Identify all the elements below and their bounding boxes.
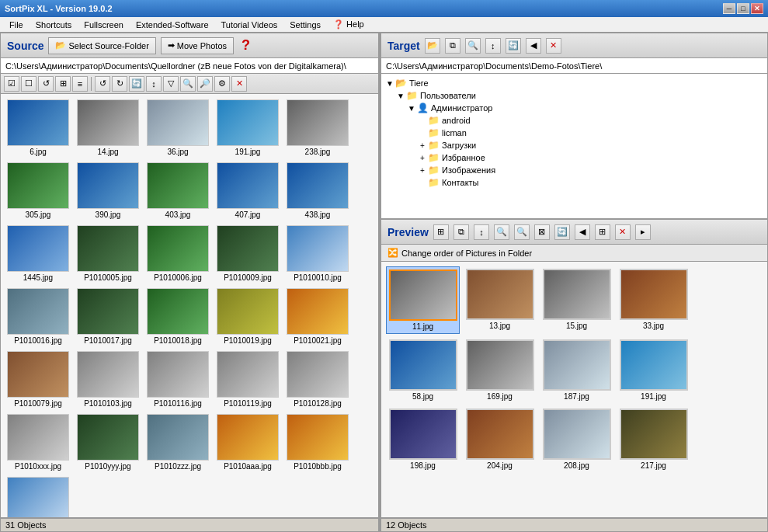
source-photo-item[interactable]: 438.jpg [283,160,352,221]
source-photo-item[interactable]: 36.jpg [144,97,212,158]
preview-photo-item[interactable]: 204.jpg [463,406,537,472]
source-photo-item[interactable]: P1010ccc.jpg [4,475,72,518]
menu-file[interactable]: File [3,19,30,31]
preview-tb-more[interactable]: ▸ [635,224,651,240]
source-photo-item[interactable]: P1010zzz.jpg [144,412,212,473]
select-all-button[interactable]: ☑ [4,76,19,92]
source-photo-item[interactable]: P1010010.jpg [283,223,352,284]
refresh-button[interactable]: 🔄 [129,76,144,92]
source-photo-item[interactable]: 1445.jpg [4,223,72,284]
tree-item-favorites[interactable]: + 📁 Избранное [384,151,764,164]
preview-tb-3[interactable]: ↕ [474,224,489,240]
preview-photo-item[interactable]: 217.jpg [617,406,690,472]
target-back-btn[interactable]: ◀ [526,38,541,54]
preview-photo-item[interactable]: 198.jpg [386,406,460,472]
tree-item-admin[interactable]: ▼ 👤 Администратор [384,102,764,114]
expand-admin-icon[interactable]: ▼ [406,104,417,113]
move-photos-button[interactable]: ➡ Move Photos [161,37,234,54]
preview-tb-7[interactable]: 🔄 [554,224,570,240]
source-photo-item[interactable]: 238.jpg [283,97,352,158]
source-photo-item[interactable]: 14.jpg [74,97,142,158]
preview-photo-item[interactable]: 187.jpg [540,337,613,403]
source-photo-item[interactable]: P1010128.jpg [283,349,352,410]
menu-settings[interactable]: Settings [283,19,327,31]
menu-shortcuts[interactable]: Shortcuts [30,19,78,31]
preview-photo-item[interactable]: 15.jpg [540,266,613,334]
source-photo-item[interactable]: 191.jpg [214,97,282,158]
menu-tutorial-videos[interactable]: Tutorial Videos [215,19,284,31]
view-grid-button[interactable]: ⊞ [55,76,71,92]
expand-icon[interactable]: ▼ [384,79,395,88]
target-copy-btn[interactable]: ⧉ [445,38,460,54]
source-photo-item[interactable]: P1010016.jpg [4,286,72,347]
delete-source-button[interactable]: ✕ [231,76,247,92]
source-photo-item[interactable]: P1010006.jpg [144,223,212,284]
settings2-button[interactable]: ⚙ [214,76,230,92]
target-tree[interactable]: ▼ 📂 Tiere ▼ 📁 Пользователи ▼ 👤 Адми [381,73,768,219]
preview-tb-4[interactable]: 🔍 [494,224,509,240]
source-photo-item[interactable]: P1010005.jpg [74,223,142,284]
source-photo-item[interactable]: P1010018.jpg [144,286,212,347]
source-photo-item[interactable]: P1010yyy.jpg [74,412,142,473]
expand-users-icon[interactable]: ▼ [395,92,406,100]
source-photo-item[interactable]: P1010116.jpg [144,349,212,410]
preview-photo-item[interactable]: 58.jpg [386,337,460,403]
source-photo-item[interactable]: P1010119.jpg [214,349,282,410]
preview-grid-container[interactable]: 11.jpg 13.jpg 15.jpg 33.jpg 58.jpg [381,261,768,518]
preview-tb-delete[interactable]: ✕ [615,224,631,240]
preview-tb-8[interactable]: ◀ [575,224,590,240]
expand-downloads-icon[interactable]: + [417,141,428,150]
menu-help[interactable]: ❓ Help [327,18,370,31]
tree-item-contacts[interactable]: 📁 Контакты [384,176,764,189]
target-zoom-btn[interactable]: 🔍 [465,38,481,54]
search-button[interactable]: 🔍 [180,76,196,92]
source-photo-item[interactable]: P1010021.jpg [283,286,352,347]
deselect-button[interactable]: ☐ [21,76,36,92]
source-photo-item[interactable]: 407.jpg [214,160,282,221]
source-help-button[interactable]: ? [238,37,253,54]
tree-item-licman[interactable]: 📁 licman [384,127,764,139]
source-photo-item[interactable]: 403.jpg [144,160,212,221]
preview-photo-item[interactable]: 11.jpg [386,266,460,334]
source-photo-item[interactable]: 305.jpg [4,160,72,221]
target-delete-btn[interactable]: ✕ [546,38,561,54]
sort-button[interactable]: ↕ [146,76,162,92]
rotate-left-button[interactable]: ↺ [95,76,110,92]
filter-button[interactable]: ▽ [163,76,179,92]
minimize-button[interactable]: ─ [723,3,735,14]
source-photo-item[interactable]: P1010bbb.jpg [283,412,352,473]
preview-photo-item[interactable]: 191.jpg [617,337,690,403]
preview-tb-9[interactable]: ⊞ [595,224,610,240]
source-photo-item[interactable]: P1010079.jpg [4,349,72,410]
menu-fullscreen[interactable]: Fullscreen [78,19,130,31]
expand-images-icon[interactable]: + [417,166,428,175]
source-photo-item[interactable]: P1010017.jpg [74,286,142,347]
source-photo-item[interactable]: P1010aaa.jpg [214,412,282,473]
source-photo-item[interactable]: P1010009.jpg [214,223,282,284]
expand-favorites-icon[interactable]: + [417,154,428,162]
source-photo-grid-container[interactable]: 6.jpg 14.jpg 36.jpg 191.jpg 238.jpg [0,93,379,518]
preview-tb-2[interactable]: ⧉ [454,224,469,240]
tree-item-android[interactable]: 📁 android [384,114,764,127]
preview-photo-item[interactable]: 169.jpg [463,337,537,403]
preview-tb-6[interactable]: ⊠ [534,224,550,240]
close-button[interactable]: ✕ [751,3,763,14]
target-folder-btn[interactable]: 📂 [425,38,440,54]
menu-extended-software[interactable]: Extended-Software [130,19,215,31]
tree-item-downloads[interactable]: + 📁 Загрузки [384,139,764,151]
preview-photo-item[interactable]: 33.jpg [617,266,690,334]
target-refresh-btn[interactable]: 🔄 [506,38,521,54]
tree-item-root[interactable]: ▼ 📂 Tiere [384,77,764,89]
source-photo-item[interactable]: 6.jpg [4,97,72,158]
source-photo-item[interactable]: P1010xxx.jpg [4,412,72,473]
select-source-folder-button[interactable]: 📂 Select Source-Folder [48,37,155,54]
source-photo-item[interactable]: P1010103.jpg [74,349,142,410]
restore-button[interactable]: □ [737,3,749,14]
view-list-button[interactable]: ≡ [72,76,88,92]
tree-item-users[interactable]: ▼ 📁 Пользователи [384,89,764,102]
tree-item-images[interactable]: + 📁 Изображения [384,164,764,176]
source-photo-item[interactable]: P1010019.jpg [214,286,282,347]
rotate-right-button[interactable]: ↻ [112,76,127,92]
invert-select-button[interactable]: ↺ [38,76,54,92]
preview-tb-1[interactable]: ⊞ [433,224,449,240]
